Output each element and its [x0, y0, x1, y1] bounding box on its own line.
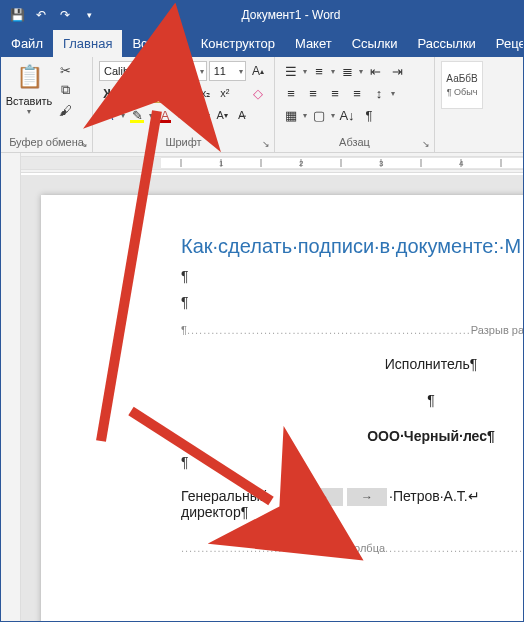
- pilcrow-icon[interactable]: ¶: [359, 105, 379, 125]
- clipboard-icon: 📋: [13, 61, 45, 93]
- undo-icon[interactable]: ↶: [31, 5, 51, 25]
- style-preview: АаБбВ: [446, 73, 477, 84]
- underline-button[interactable]: Ч: [143, 83, 163, 103]
- paragraph-mark: ¶: [181, 268, 523, 284]
- document-page[interactable]: Как·сделать·подписи·в·документе:·M ¶ ¶ ¶…: [41, 195, 523, 621]
- tab-layout[interactable]: Макет: [285, 30, 342, 57]
- group-font-label: Шрифт: [99, 134, 268, 150]
- tab-home[interactable]: Главная: [53, 30, 122, 57]
- document-heading[interactable]: Как·сделать·подписи·в·документе:·M: [181, 235, 523, 258]
- group-clipboard-label: Буфер обмена: [7, 134, 86, 150]
- clear-format2-button[interactable]: A̶: [234, 105, 250, 125]
- italic-button[interactable]: К: [121, 83, 141, 103]
- tab-review[interactable]: Рецензир: [486, 30, 524, 57]
- paragraph-mark: ¶: [181, 454, 523, 470]
- selected-tab-1[interactable]: →: [303, 488, 343, 506]
- paragraph-mark: ¶: [181, 392, 523, 408]
- paste-label: Вставить: [6, 95, 53, 107]
- horizontal-ruler[interactable]: 1 2 3 4: [21, 153, 523, 173]
- multilevel-icon[interactable]: ≣: [337, 61, 357, 81]
- outdent-icon[interactable]: ⇤: [365, 61, 385, 81]
- align-right-icon[interactable]: ≡: [325, 83, 345, 103]
- strike-button[interactable]: abc: [169, 83, 195, 103]
- paragraph-mark: ¶: [181, 294, 523, 310]
- font-color-icon[interactable]: A: [155, 105, 175, 125]
- paste-dropdown-icon[interactable]: ▾: [27, 107, 31, 116]
- chevron-down-icon: ▾: [200, 67, 204, 76]
- subscript-button[interactable]: x₂: [197, 83, 215, 103]
- tab-mailings[interactable]: Рассылки: [407, 30, 485, 57]
- bullets-icon[interactable]: ☰: [281, 61, 301, 81]
- signature-row[interactable]: Генеральный· директор¶ → → ·Петров·А.Т.↵: [181, 488, 523, 520]
- change-case-button[interactable]: Aa: [183, 105, 204, 125]
- highlight-icon[interactable]: ✎: [127, 105, 147, 125]
- section-break: ¶ ......................................…: [181, 324, 523, 336]
- selected-tab-2[interactable]: →: [347, 488, 387, 506]
- paste-button[interactable]: 📋 Вставить ▾: [7, 61, 51, 116]
- align-left-icon[interactable]: ≡: [281, 83, 301, 103]
- doc-line-executor[interactable]: Исполнитель¶: [181, 356, 523, 372]
- font-size-combo[interactable]: 11 ▾: [209, 61, 246, 81]
- svg-text:4: 4: [459, 159, 464, 168]
- font-family-value: Calibri (Основной: [104, 65, 192, 77]
- clipboard-launcher-icon[interactable]: ↘: [78, 138, 90, 150]
- style-name: ¶ Обыч: [447, 87, 478, 97]
- tab-file[interactable]: Файл: [1, 30, 53, 57]
- shading-icon[interactable]: ▦: [281, 105, 301, 125]
- tab-design[interactable]: Конструктор: [191, 30, 285, 57]
- numbering-icon[interactable]: ≡: [309, 61, 329, 81]
- shrink-font-button[interactable]: A▾: [212, 105, 231, 125]
- doc-line-company[interactable]: ООО·Черный·лес¶: [181, 428, 523, 444]
- style-normal[interactable]: АаБбВ ¶ Обыч: [441, 61, 483, 109]
- svg-text:2: 2: [299, 159, 304, 168]
- group-paragraph-label: Абзац: [281, 134, 428, 150]
- sig-name: ·Петров·А.Т.↵: [389, 488, 480, 504]
- save-icon[interactable]: 💾: [7, 5, 27, 25]
- tab-insert[interactable]: Вставка: [122, 30, 190, 57]
- line-spacing-icon[interactable]: ↕: [369, 83, 389, 103]
- tab-references[interactable]: Ссылки: [342, 30, 408, 57]
- font-launcher-icon[interactable]: ↘: [260, 138, 272, 150]
- svg-rect-1: [21, 157, 161, 169]
- sig-title-line1: Генеральный·: [181, 488, 272, 504]
- ribbon-tabs: Файл Главная Вставка Конструктор Макет С…: [1, 29, 523, 57]
- justify-icon[interactable]: ≡: [347, 83, 367, 103]
- borders-icon[interactable]: ▢: [309, 105, 329, 125]
- svg-text:3: 3: [379, 159, 384, 168]
- bold-button[interactable]: Ж: [99, 83, 119, 103]
- grow-font-button[interactable]: A▴: [248, 61, 268, 81]
- superscript-button[interactable]: x²: [216, 83, 233, 103]
- svg-text:1: 1: [219, 159, 224, 168]
- text-effects-icon[interactable]: A: [99, 105, 119, 125]
- cut-icon[interactable]: ✂: [55, 61, 75, 79]
- sig-title-line2: директор¶: [181, 504, 248, 520]
- sort-icon[interactable]: A↓: [337, 105, 357, 125]
- copy-icon[interactable]: ⧉: [55, 81, 75, 99]
- format-painter-icon[interactable]: 🖌: [55, 101, 75, 119]
- column-break: .............................. Разрыв ст…: [181, 542, 523, 554]
- window-title: Документ1 - Word: [59, 8, 523, 22]
- indent-icon[interactable]: ⇥: [387, 61, 407, 81]
- clear-format-icon[interactable]: ◇: [248, 83, 268, 103]
- vertical-ruler[interactable]: [1, 155, 21, 621]
- font-family-combo[interactable]: Calibri (Основной ▾: [99, 61, 207, 81]
- align-center-icon[interactable]: ≡: [303, 83, 323, 103]
- font-size-value: 11: [214, 65, 226, 77]
- chevron-down-icon: ▾: [239, 67, 243, 76]
- paragraph-launcher-icon[interactable]: ↘: [420, 138, 432, 150]
